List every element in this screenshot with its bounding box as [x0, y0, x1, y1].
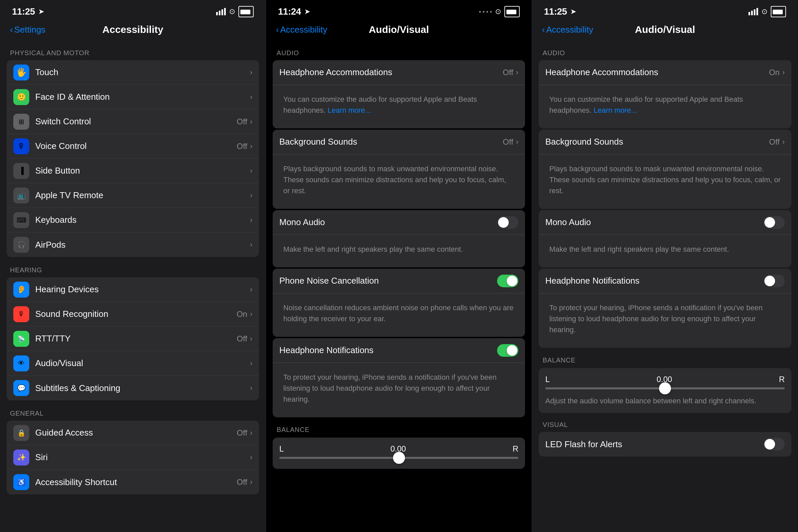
- mono-audio-label-right: Mono Audio: [545, 217, 763, 227]
- toggle-thumb-mono-middle: [498, 217, 509, 228]
- nav-title-middle: Audio/Visual: [369, 24, 429, 35]
- sound-recognition-value: On: [237, 309, 247, 319]
- nav-header-middle: ‹ Accessibility Audio/Visual: [266, 20, 532, 41]
- back-label-right: Accessibility: [546, 25, 593, 35]
- headphone-notifications-toggle-middle[interactable]: [497, 344, 518, 357]
- nav-header-right: ‹ Accessibility Audio/Visual: [532, 20, 798, 41]
- keyboards-label: Keyboards: [35, 215, 250, 225]
- mono-audio-label-middle: Mono Audio: [279, 217, 497, 227]
- section-physical-header: Physical and Motor: [0, 41, 266, 60]
- chevron-guided-access: ›: [250, 429, 252, 437]
- background-sounds-row-right[interactable]: Background Sounds Off ›: [539, 130, 791, 154]
- noise-cancellation-label-middle: Phone Noise Cancellation: [279, 276, 497, 286]
- background-sounds-label-right: Background Sounds: [545, 137, 769, 147]
- status-bar-left: 11:25 ➤ ⊙: [0, 0, 266, 20]
- sound-recognition-label: Sound Recognition: [35, 309, 237, 319]
- headphone-accommodations-card-right: Headphone Accommodations On › You can cu…: [539, 60, 791, 128]
- battery-icon-middle: [505, 6, 520, 17]
- led-flash-row-right: LED Flash for Alerts: [539, 432, 791, 457]
- list-item-audiovisual[interactable]: 👁 Audio/Visual ›: [7, 351, 259, 376]
- led-flash-toggle-right[interactable]: [763, 438, 785, 451]
- balance-slider-middle[interactable]: [279, 457, 518, 459]
- chevron-airpods: ›: [250, 241, 252, 249]
- chevron-bg-sounds-middle: ›: [516, 138, 518, 146]
- hearing-icon: 👂: [13, 282, 29, 298]
- noise-cancellation-toggle-middle[interactable]: [497, 274, 518, 287]
- chevron-keyboards: ›: [250, 216, 252, 225]
- noise-cancellation-card-middle: Phone Noise Cancellation Noise cancellat…: [273, 269, 525, 337]
- chevron-appletv: ›: [250, 191, 252, 200]
- learn-more-link-right[interactable]: Learn more...: [593, 106, 637, 114]
- headphone-notifications-toggle-right[interactable]: [763, 274, 785, 287]
- balance-thumb-middle[interactable]: [393, 452, 405, 464]
- toggle-thumb-headphone-notif-middle: [507, 345, 517, 356]
- chevron-touch: ›: [250, 68, 252, 77]
- mono-audio-toggle-middle[interactable]: [497, 216, 518, 229]
- toggle-thumb-noise-middle: [507, 276, 517, 286]
- headphone-notifications-desc-right: To protect your hearing, iPhone sends a …: [545, 298, 785, 342]
- learn-more-link-middle[interactable]: Learn more...: [327, 106, 371, 114]
- faceid-label: Face ID & Attention: [35, 92, 250, 102]
- list-item-guided-access[interactable]: 🔒 Guided Access Off ›: [7, 421, 259, 445]
- status-icons-right: ⊙: [748, 6, 786, 17]
- headphone-notifications-label-middle: Headphone Notifications: [279, 345, 497, 356]
- siri-label: Siri: [35, 452, 250, 462]
- list-item-touch[interactable]: 🖐 Touch ›: [7, 60, 259, 85]
- list-item-airpods[interactable]: 🎧 AirPods ›: [7, 232, 259, 257]
- list-item-subtitles[interactable]: 💬 Subtitles & Captioning ›: [7, 376, 259, 400]
- location-icon-middle: ➤: [304, 7, 310, 16]
- headphone-accommodations-row-middle[interactable]: Headphone Accommodations Off ›: [273, 60, 525, 85]
- rtttty-value: Off: [237, 334, 247, 343]
- headphone-accommodations-row-right[interactable]: Headphone Accommodations On ›: [539, 60, 791, 85]
- headphone-accommodations-label-middle: Headphone Accommodations: [279, 67, 503, 77]
- noise-cancellation-row-middle: Phone Noise Cancellation: [273, 269, 525, 293]
- mono-audio-toggle-right[interactable]: [763, 216, 785, 229]
- back-chevron-right: ‹: [542, 25, 545, 34]
- balance-slider-right[interactable]: [545, 387, 785, 390]
- audiovisual-label: Audio/Visual: [35, 358, 250, 368]
- touch-label: Touch: [35, 67, 250, 77]
- balance-R-right: R: [779, 375, 785, 384]
- chevron-headphone-middle: ›: [516, 68, 518, 77]
- toggle-thumb-headphone-notif-right: [764, 276, 775, 286]
- wifi-icon-middle: ⊙: [495, 7, 501, 16]
- list-item-rtttty[interactable]: 📡 RTT/TTY Off ›: [7, 326, 259, 351]
- back-button-left[interactable]: ‹ Settings: [10, 25, 45, 35]
- list-item-siri[interactable]: ✨ Siri ›: [7, 445, 259, 470]
- location-icon-right: ➤: [570, 7, 576, 16]
- list-item-sidebutton[interactable]: ▐ Side Button ›: [7, 158, 259, 183]
- list-item-appletv[interactable]: 📺 Apple TV Remote ›: [7, 183, 259, 208]
- balance-desc-right: Adjust the audio volume balance between …: [545, 395, 785, 406]
- headphone-accommodations-label-right: Headphone Accommodations: [545, 67, 769, 77]
- list-item-sound-recognition[interactable]: 🎙 Sound Recognition On ›: [7, 302, 259, 326]
- hearing-devices-label: Hearing Devices: [35, 284, 250, 294]
- toggle-thumb-mono-right: [764, 217, 775, 228]
- list-item-voicecontrol[interactable]: 🎙 Voice Control Off ›: [7, 134, 259, 158]
- list-group-hearing: 👂 Hearing Devices › 🎙 Sound Recognition …: [7, 277, 259, 400]
- list-group-physical: 🖐 Touch › 🙂 Face ID & Attention › ⊞ Swit…: [7, 60, 259, 257]
- list-item-accessibility-shortcut[interactable]: ♿ Accessibility Shortcut Off ›: [7, 470, 259, 494]
- back-button-right[interactable]: ‹ Accessibility: [542, 25, 593, 35]
- rtttty-label: RTT/TTY: [35, 334, 237, 344]
- balance-label-middle: Balance: [273, 418, 525, 437]
- chevron-voicecontrol: ›: [250, 142, 252, 151]
- chevron-switchcontrol: ›: [250, 117, 252, 126]
- background-sounds-row-middle[interactable]: Background Sounds Off ›: [273, 130, 525, 154]
- subtitles-icon: 💬: [13, 380, 29, 396]
- balance-thumb-right[interactable]: [659, 382, 671, 394]
- list-item-switchcontrol[interactable]: ⊞ Switch Control Off ›: [7, 109, 259, 134]
- voicecontrol-icon: 🎙: [13, 138, 29, 154]
- list-item-faceid[interactable]: 🙂 Face ID & Attention ›: [7, 85, 259, 109]
- right-panel: 11:25 ➤ ⊙ ‹ Accessibility Audio/Visual A…: [532, 0, 798, 532]
- location-icon-left: ➤: [38, 7, 44, 16]
- chevron-sidebutton: ›: [250, 167, 252, 175]
- time-left: 11:25: [12, 6, 35, 17]
- voicecontrol-value: Off: [237, 141, 247, 151]
- back-button-middle[interactable]: ‹ Accessibility: [276, 25, 327, 35]
- back-label-middle: Accessibility: [280, 25, 327, 35]
- list-item-keyboards[interactable]: ⌨ Keyboards ›: [7, 208, 259, 232]
- balance-L-middle: L: [279, 444, 284, 454]
- list-item-hearing-devices[interactable]: 👂 Hearing Devices ›: [7, 277, 259, 302]
- nav-title-right: Audio/Visual: [635, 24, 695, 35]
- headphone-accommodations-value-right: On: [769, 68, 780, 77]
